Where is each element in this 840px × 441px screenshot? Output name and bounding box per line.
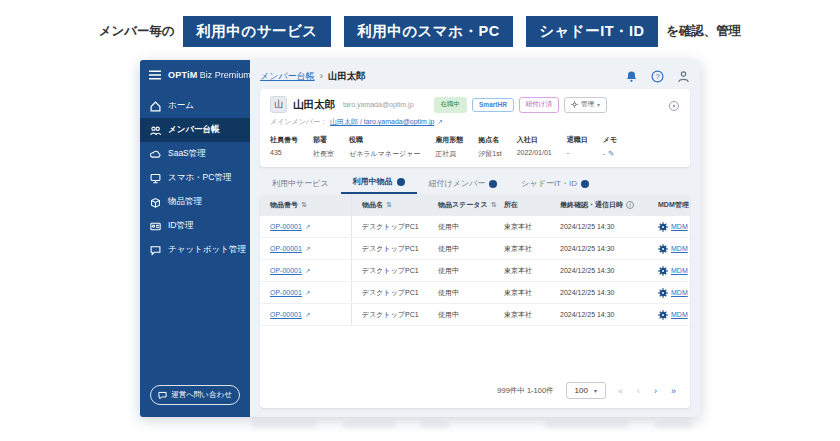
app-window: OPTiM Biz Premium ホーム メンバー台帳 SaaS管理 スマホ・… (140, 60, 700, 417)
home-icon (150, 101, 161, 112)
mdm-gear-icon (658, 310, 668, 320)
tab-shadow-it[interactable]: シャドーIT・ID (509, 174, 601, 194)
mdm-gear-icon (658, 266, 668, 276)
monitor-icon (150, 173, 161, 184)
member-avatar: 山 (270, 96, 287, 113)
table-row[interactable]: OP-00001↗ デスクトップPC1 使用中 東京本社 2024/12/25 … (260, 260, 690, 282)
contact-chat-icon (158, 391, 167, 400)
field-employee-no: 社員番号435 (270, 135, 298, 159)
tab-count-badge (581, 180, 589, 188)
breadcrumb-separator: › (320, 71, 323, 81)
banner-suffix: を確認、管理 (666, 24, 741, 38)
sidebar-item-chatbot[interactable]: チャットボット管理 (140, 238, 250, 262)
hamburger-menu-icon[interactable] (149, 70, 161, 80)
mdm-link[interactable]: MDM (671, 245, 688, 252)
column-header-location: 所在 (494, 194, 550, 216)
banner-chip-shadow-it: シャドーIT・ID (526, 16, 657, 47)
status-badge-employed: 在職中 (434, 97, 468, 113)
contact-support-button[interactable]: 運営へ問い合わせ (150, 385, 240, 405)
mdm-link[interactable]: MDM (671, 289, 688, 296)
table-row[interactable]: OP-00001↗ デスクトップPC1 使用中 東京本社 2024/12/25 … (260, 216, 690, 238)
field-department: 部署社長室 (313, 135, 334, 159)
status-badge-linked: 紐付け済 (519, 97, 559, 113)
column-header-mdm: MDM管理 (648, 194, 690, 216)
pagination-summary: 999件中 1-100件 (497, 386, 553, 396)
column-header-item-no[interactable]: 物品番号⇅ (260, 194, 352, 216)
next-page-button[interactable]: › (654, 386, 657, 396)
member-card: 山 山田太郎 taro.yamada@optim.jp 在職中 SmartHR … (260, 89, 690, 167)
mdm-link[interactable]: MDM (671, 267, 688, 274)
banner-chip-devices: 利用中のスマホ・PC (344, 16, 513, 47)
chevron-down-icon: ▾ (597, 101, 600, 108)
field-employment-type: 雇用形態正社員 (435, 135, 463, 159)
tab-bar: 利用中サービス 利用中物品 紐付けメンバー シャドーIT・ID (260, 174, 690, 194)
mdm-link[interactable]: MDM (671, 223, 688, 230)
sidebar-item-id[interactable]: ID管理 (140, 214, 250, 238)
tab-services[interactable]: 利用中サービス (260, 174, 341, 194)
notification-icon[interactable] (625, 70, 638, 83)
member-name: 山田太郎 (293, 98, 335, 112)
gear-icon (571, 101, 578, 108)
pagination: 999件中 1-100件 100 ▾ « ‹ › » (260, 374, 690, 408)
mdm-link[interactable]: MDM (671, 311, 688, 318)
column-header-item-name[interactable]: 物品名⇅ (352, 194, 428, 216)
sidebar: OPTiM Biz Premium ホーム メンバー台帳 SaaS管理 スマホ・… (140, 60, 250, 417)
mdm-gear-icon (658, 288, 668, 298)
svg-text:?: ? (655, 72, 659, 81)
field-hire-date: 入社日2022/01/01 (517, 135, 552, 159)
external-link-icon: ↗ (305, 223, 310, 231)
field-title: 役職ゼネラルマネージャー (349, 135, 420, 159)
table-row[interactable]: OP-00001↗ デスクトップPC1 使用中 東京本社 2024/12/25 … (260, 282, 690, 304)
item-no-link[interactable]: OP-00001 (270, 267, 302, 274)
last-page-button[interactable]: » (671, 386, 676, 396)
item-no-link[interactable]: OP-00001 (270, 289, 302, 296)
topbar: メンバー台帳 › 山田太郎 ? (260, 67, 690, 85)
item-no-link[interactable]: OP-00001 (270, 311, 302, 318)
account-icon[interactable] (677, 70, 690, 83)
info-icon[interactable]: i (626, 201, 634, 209)
sort-icon[interactable]: ⇅ (301, 201, 307, 209)
first-page-button[interactable]: « (618, 386, 623, 396)
edit-memo-icon[interactable]: ✎ (608, 149, 614, 158)
page-size-select[interactable]: 100 ▾ (566, 382, 606, 399)
sidebar-item-assets[interactable]: 物品管理 (140, 190, 250, 214)
field-leave-date: 退職日- (567, 135, 588, 159)
field-memo: メモ -✎ (603, 135, 617, 159)
banner-chip-services: 利用中のサービス (183, 16, 330, 47)
target-icon[interactable] (668, 98, 680, 110)
external-link-icon: ↗ (305, 267, 310, 275)
tab-linked-members[interactable]: 紐付けメンバー (417, 174, 510, 194)
help-icon[interactable]: ? (651, 70, 664, 83)
tab-items-in-use[interactable]: 利用中物品 (341, 172, 417, 194)
item-no-link[interactable]: OP-00001 (270, 245, 302, 252)
chat-bubble-icon (150, 245, 161, 256)
breadcrumb-parent-link[interactable]: メンバー台帳 (260, 70, 315, 83)
table-header-row: 物品番号⇅ 物品名⇅ 物品ステータス⇅ 所在 最終確認・通信日時i MDM管理 (260, 194, 690, 216)
external-link-icon: ↗ (305, 289, 310, 297)
sort-icon[interactable]: ⇅ (386, 201, 392, 209)
table-row[interactable]: OP-00001↗ デスクトップPC1 使用中 東京本社 2024/12/25 … (260, 304, 690, 326)
banner-prefix: メンバー毎の (99, 24, 175, 38)
window-reflection (252, 421, 692, 433)
main-member-row: メインメンバー： 山田太郎 / taro.yamada@optim.jp ↗ (270, 117, 680, 127)
member-email: taro.yamada@optim.jp (343, 101, 414, 108)
items-table-panel: 物品番号⇅ 物品名⇅ 物品ステータス⇅ 所在 最終確認・通信日時i MDM管理 … (260, 194, 690, 408)
prev-page-button[interactable]: ‹ (637, 386, 640, 396)
sidebar-item-home[interactable]: ホーム (140, 94, 250, 118)
external-link-icon: ↗ (305, 311, 310, 319)
column-header-status[interactable]: 物品ステータス⇅ (428, 194, 494, 216)
app-logo: OPTiM Biz Premium (168, 70, 251, 80)
sidebar-item-member-ledger[interactable]: メンバー台帳 (140, 118, 250, 142)
table-row[interactable]: OP-00001↗ デスクトップPC1 使用中 東京本社 2024/12/25 … (260, 238, 690, 260)
saas-cloud-icon (150, 149, 161, 160)
manage-dropdown-button[interactable]: 管理 ▾ (564, 97, 607, 113)
item-no-link[interactable]: OP-00001 (270, 223, 302, 230)
main-member-link[interactable]: 山田太郎 / taro.yamada@optim.jp (330, 117, 434, 127)
sidebar-item-devices[interactable]: スマホ・PC管理 (140, 166, 250, 190)
mdm-gear-icon (658, 244, 668, 254)
external-link-icon: ↗ (437, 118, 442, 126)
tab-count-badge (489, 180, 497, 188)
sidebar-item-saas[interactable]: SaaS管理 (140, 142, 250, 166)
chevron-down-icon: ▾ (594, 387, 597, 394)
breadcrumb-current: 山田太郎 (328, 70, 366, 83)
